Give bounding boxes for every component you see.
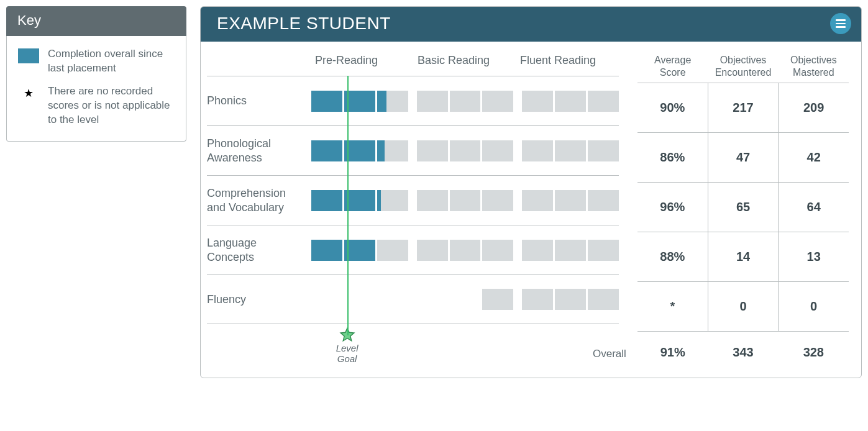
stats-row: 96%6564 bbox=[637, 182, 849, 232]
stats-cell-mas: 64 bbox=[778, 183, 849, 232]
row-label: Comprehension and Vocabulary bbox=[207, 186, 311, 214]
progress-fill bbox=[344, 240, 375, 261]
progress-segment bbox=[555, 289, 586, 310]
level-group bbox=[522, 190, 619, 211]
stats-cell-avg: 88% bbox=[637, 232, 708, 281]
student-panel: EXAMPLE STUDENT Pre-Reading Basic Readin… bbox=[200, 6, 862, 378]
level-group bbox=[311, 91, 408, 112]
progress-segment bbox=[311, 140, 342, 161]
progress-segment bbox=[377, 190, 408, 211]
progress-fill bbox=[377, 140, 385, 161]
chart-row: Phonics bbox=[207, 76, 619, 125]
progress-segment bbox=[450, 289, 481, 310]
progress-segment bbox=[588, 240, 619, 261]
level-goal-label: LevelGoal bbox=[336, 343, 359, 365]
progress-segment bbox=[344, 140, 375, 161]
progress-fill bbox=[377, 190, 381, 211]
level-group bbox=[417, 190, 514, 211]
level-group bbox=[522, 240, 619, 261]
key-item-completion: Completion overall since last placement bbox=[18, 47, 175, 76]
progress-segment bbox=[417, 190, 448, 211]
stats-cell-enc: 65 bbox=[708, 183, 779, 232]
overall-enc: 343 bbox=[708, 345, 778, 360]
stats-overall-row: Overall 91% 343 328 bbox=[637, 331, 849, 360]
stats-row: 86%4742 bbox=[637, 132, 849, 182]
panel-menu-button[interactable] bbox=[830, 13, 851, 34]
progress-fill bbox=[344, 140, 375, 161]
row-label: Phonological Awareness bbox=[207, 137, 311, 165]
stats-row: 88%1413 bbox=[637, 232, 849, 281]
progress-segment bbox=[417, 140, 448, 161]
key-completion-text: Completion overall since last placement bbox=[48, 47, 175, 76]
stats-cell-avg: 90% bbox=[637, 83, 708, 132]
row-label: Phonics bbox=[207, 94, 311, 108]
star-icon: ★ bbox=[18, 86, 39, 127]
stats-cell-avg: * bbox=[637, 282, 708, 331]
key-panel: Key Completion overall since last placem… bbox=[6, 6, 186, 378]
progress-segment bbox=[311, 240, 342, 261]
stats-table: Average Score Objectives Encountered Obj… bbox=[637, 54, 849, 373]
row-bars bbox=[311, 190, 619, 211]
progress-segment bbox=[555, 91, 586, 112]
progress-segment bbox=[522, 240, 553, 261]
level-group bbox=[522, 91, 619, 112]
progress-segment bbox=[417, 289, 448, 310]
progress-segment bbox=[377, 91, 408, 112]
progress-segment bbox=[417, 240, 448, 261]
menu-icon bbox=[836, 19, 846, 21]
progress-segment bbox=[482, 190, 513, 211]
progress-segment bbox=[588, 91, 619, 112]
chart-row: Comprehension and Vocabulary bbox=[207, 175, 619, 225]
progress-segment bbox=[555, 190, 586, 211]
level-group bbox=[417, 240, 514, 261]
progress-segment bbox=[450, 91, 481, 112]
level-group bbox=[417, 140, 514, 161]
overall-avg: 91% bbox=[637, 345, 708, 360]
key-body: Completion overall since last placement … bbox=[6, 36, 186, 142]
overall-mas: 328 bbox=[779, 345, 849, 360]
progress-fill bbox=[377, 91, 386, 112]
level-group bbox=[417, 289, 514, 310]
progress-segment bbox=[377, 289, 408, 310]
progress-segment bbox=[522, 289, 553, 310]
progress-segment bbox=[588, 190, 619, 211]
row-bars bbox=[311, 140, 619, 161]
stats-cell-avg: 96% bbox=[637, 183, 708, 232]
progress-segment bbox=[311, 289, 342, 310]
row-bars bbox=[311, 91, 619, 112]
progress-fill bbox=[311, 140, 342, 161]
stats-header-avg: Average Score bbox=[637, 54, 708, 79]
progress-segment bbox=[344, 91, 375, 112]
level-header-fluent: Fluent Reading bbox=[516, 54, 619, 67]
stats-cell-enc: 47 bbox=[708, 133, 779, 182]
progress-fill bbox=[344, 190, 375, 211]
panel-header: EXAMPLE STUDENT bbox=[201, 7, 861, 42]
progress-fill bbox=[344, 91, 375, 112]
level-group bbox=[417, 91, 514, 112]
progress-segment bbox=[311, 190, 342, 211]
key-item-star: ★ There are no recorded scores or is not… bbox=[18, 84, 175, 127]
stats-cell-enc: 0 bbox=[708, 282, 779, 331]
stats-cell-mas: 42 bbox=[778, 133, 849, 182]
stats-cell-enc: 217 bbox=[708, 83, 779, 132]
progress-segment bbox=[522, 91, 553, 112]
progress-segment bbox=[344, 289, 375, 310]
progress-segment bbox=[482, 91, 513, 112]
chart-row: Fluency bbox=[207, 274, 619, 324]
progress-segment bbox=[588, 289, 619, 310]
completion-swatch-icon bbox=[18, 48, 39, 63]
progress-segment bbox=[417, 91, 448, 112]
progress-fill bbox=[311, 240, 342, 261]
stats-header-mas: Objectives Mastered bbox=[779, 54, 849, 79]
progress-fill bbox=[311, 190, 342, 211]
row-label: Fluency bbox=[207, 293, 311, 307]
progress-segment bbox=[311, 91, 342, 112]
stats-headers: Average Score Objectives Encountered Obj… bbox=[637, 54, 849, 83]
progress-segment bbox=[377, 140, 408, 161]
level-group bbox=[311, 240, 408, 261]
chart-row: Phonological Awareness bbox=[207, 125, 619, 175]
level-goal-line bbox=[347, 76, 349, 335]
chart-level-headers: Pre-Reading Basic Reading Fluent Reading bbox=[311, 54, 619, 76]
progress-segment bbox=[482, 289, 513, 310]
chart-row: Language Concepts bbox=[207, 225, 619, 274]
